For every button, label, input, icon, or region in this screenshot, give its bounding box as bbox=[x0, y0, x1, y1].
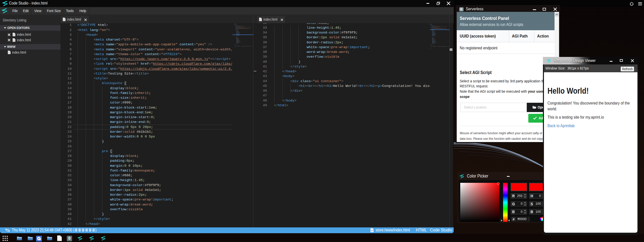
svg-text:w: w bbox=[371, 229, 373, 232]
svg-text:<>: <> bbox=[13, 40, 15, 41]
svg-text:<>: <> bbox=[8, 52, 10, 54]
svg-text:<>: <> bbox=[63, 19, 65, 21]
svg-text:<>: <> bbox=[260, 19, 262, 21]
svg-text:<>: <> bbox=[13, 34, 15, 36]
